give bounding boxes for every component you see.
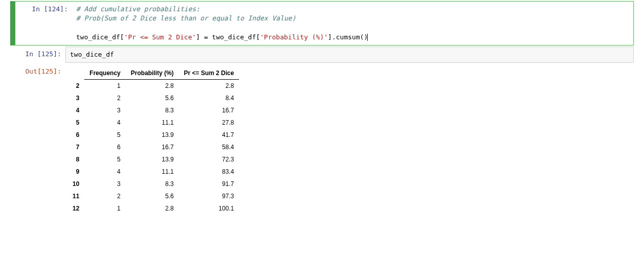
table-row: 9411.183.4 [67, 166, 239, 178]
row-index: 3 [67, 92, 84, 104]
row-index: 7 [67, 141, 84, 153]
code-editor[interactable]: # Add cumulative probabilities: # Prob(S… [72, 2, 633, 45]
table-header-probability: Probability (%) [126, 67, 179, 80]
cell-cum: 58.4 [179, 141, 239, 153]
code-string: 'Probability (%)' [260, 33, 328, 41]
cell-prob: 11.1 [126, 116, 179, 129]
row-index: 6 [67, 129, 84, 141]
row-index: 4 [67, 104, 84, 116]
table-header-index [67, 67, 84, 80]
code-text: two_dice_df [70, 51, 114, 58]
cell-freq: 2 [84, 92, 126, 104]
row-index: 11 [67, 190, 84, 202]
cell-prob: 5.6 [126, 190, 179, 202]
cell-freq: 1 [84, 79, 126, 92]
table-row: 438.316.7 [67, 104, 239, 116]
cell-cum: 91.7 [179, 178, 239, 190]
row-index: 8 [67, 153, 84, 166]
cell-cum: 16.7 [179, 104, 239, 116]
table-row: 1038.391.7 [67, 178, 239, 190]
table-header-frequency: Frequency [84, 67, 126, 80]
table-row: 212.82.8 [67, 79, 239, 92]
cell-freq: 5 [84, 153, 126, 166]
code-text: ].cumsum() [328, 33, 368, 41]
cell-freq: 2 [84, 190, 126, 202]
cell-cum: 83.4 [179, 166, 239, 178]
code-cell-125[interactable]: In [125]: two_dice_df [10, 46, 634, 63]
table-row: 1125.697.3 [67, 190, 239, 202]
row-index: 9 [67, 166, 84, 178]
table-row: 325.68.4 [67, 92, 239, 104]
text-cursor [367, 34, 368, 41]
cell-prob: 2.8 [126, 202, 179, 215]
cell-cum: 8.4 [179, 92, 239, 104]
code-string: 'Pr <= Sum 2 Dice' [124, 33, 196, 41]
output-cell-125: Out[125]: Frequency Probability (%) Pr <… [10, 64, 634, 218]
code-text: ] = two_dice_df[ [196, 33, 260, 41]
input-prompt: In [124]: [13, 2, 72, 45]
output-area: Frequency Probability (%) Pr <= Sum 2 Di… [65, 64, 634, 218]
cell-cum: 2.8 [179, 79, 239, 92]
table-row: 1212.8100.1 [67, 202, 239, 215]
cell-freq: 6 [84, 141, 126, 153]
cell-prob: 11.1 [126, 166, 179, 178]
table-header-cumulative: Pr <= Sum 2 Dice [179, 67, 239, 80]
input-prompt: In [125]: [10, 46, 65, 63]
cell-prob: 8.3 [126, 104, 179, 116]
cell-freq: 4 [84, 116, 126, 129]
cell-prob: 2.8 [126, 79, 179, 92]
cell-freq: 3 [84, 104, 126, 116]
cell-prob: 13.9 [126, 153, 179, 166]
table-row: 7616.758.4 [67, 141, 239, 153]
cell-prob: 5.6 [126, 92, 179, 104]
cell-freq: 5 [84, 129, 126, 141]
table-row: 6513.941.7 [67, 129, 239, 141]
cell-freq: 1 [84, 202, 126, 215]
cell-cum: 41.7 [179, 129, 239, 141]
row-index: 10 [67, 178, 84, 190]
code-cell-124[interactable]: In [124]: # Add cumulative probabilities… [10, 1, 634, 45]
notebook: In [124]: # Add cumulative probabilities… [0, 1, 644, 218]
dataframe-table: Frequency Probability (%) Pr <= Sum 2 Di… [67, 67, 239, 215]
row-index: 5 [67, 116, 84, 129]
output-prompt: Out[125]: [10, 64, 65, 218]
table-row: 5411.127.8 [67, 116, 239, 129]
code-comment: # Add cumulative probabilities: [76, 5, 200, 13]
cell-cum: 72.3 [179, 153, 239, 166]
table-row: 8513.972.3 [67, 153, 239, 166]
cell-freq: 4 [84, 166, 126, 178]
table-header-row: Frequency Probability (%) Pr <= Sum 2 Di… [67, 67, 239, 80]
cell-prob: 8.3 [126, 178, 179, 190]
cell-freq: 3 [84, 178, 126, 190]
cell-cum: 100.1 [179, 202, 239, 215]
cell-prob: 16.7 [126, 141, 179, 153]
row-index: 2 [67, 79, 84, 92]
cell-cum: 27.8 [179, 116, 239, 129]
code-text: two_dice_df[ [76, 33, 124, 41]
code-comment: # Prob(Sum of 2 Dice less than or equal … [76, 14, 296, 22]
cell-prob: 13.9 [126, 129, 179, 141]
cell-cum: 97.3 [179, 190, 239, 202]
code-editor[interactable]: two_dice_df [65, 46, 634, 63]
row-index: 12 [67, 202, 84, 215]
